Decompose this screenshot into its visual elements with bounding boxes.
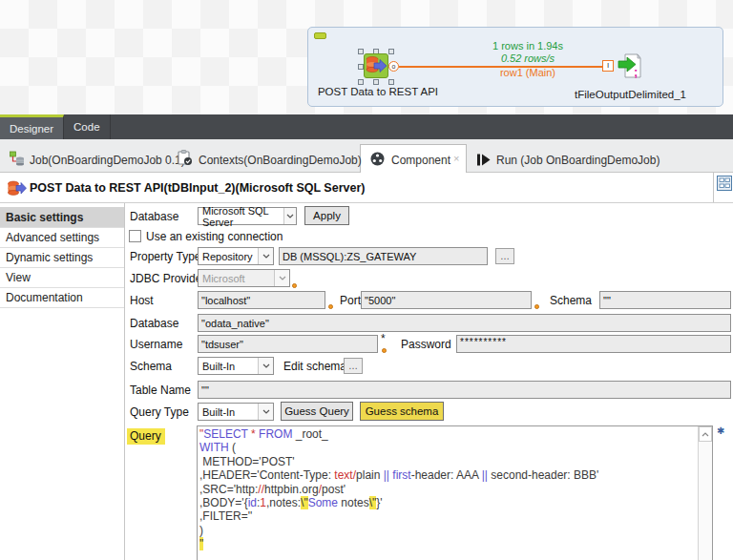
tab-job-label: Job(OnBoardingDemoJob 0.1) (30, 154, 185, 167)
sidebar-item-basic-settings[interactable]: Basic settings (0, 207, 124, 228)
editor-tab-bar: Job(OnBoardingDemoJob 0.1) Contexts(OnBo… (0, 139, 733, 173)
tab-run[interactable]: Run (Job OnBoardingDemoJob) (496, 154, 660, 167)
required-marker: * (381, 332, 386, 345)
username-field[interactable]: "tdsuser" (198, 335, 378, 353)
output-port: o (388, 61, 399, 72)
sidebar-label: Documentation (6, 291, 83, 304)
tab-run-label: Run (Job OnBoardingDemoJob) (496, 154, 660, 167)
database-select-value: Microsoft SQL Server (202, 205, 283, 228)
password-label: Password (401, 338, 451, 351)
property-type-select[interactable]: Repository (198, 247, 274, 265)
host-label: Host (130, 294, 154, 307)
property-type-label: Property Type (130, 250, 200, 263)
selection-handle[interactable] (373, 79, 379, 85)
edit-schema-label: Edit schema (283, 360, 346, 373)
port-field[interactable]: "5000" (361, 291, 532, 309)
property-type-value: Repository (202, 251, 253, 262)
password-field[interactable]: ********** (456, 335, 731, 353)
schema-inline-label: Schema (550, 294, 592, 307)
component-label[interactable]: POST Data to REST API (316, 86, 440, 97)
query-type-select[interactable]: Built-In (198, 403, 274, 421)
username-label: Username (130, 338, 182, 351)
database2-field-value: "odata_native" (201, 318, 269, 329)
query-label: Query (127, 428, 165, 445)
schema-inline-value: "" (603, 295, 611, 306)
chevron-down-icon (258, 404, 273, 420)
design-canvas[interactable]: o I POST Data to REST API 1 rows in 1.94… (0, 0, 733, 114)
connection-row-label: row1 (Main) (447, 67, 609, 78)
repository-field-value: DB (MSSQL):ZS_GATEWAY (283, 251, 416, 262)
sidebar-item-documentation[interactable]: Documentation (0, 288, 124, 308)
tab-contexts-label: Contexts(OnBoardingDemoJob) (199, 154, 362, 167)
component-label[interactable]: tFileOutputDelimited_1 (552, 89, 709, 100)
ellipsis-icon: … (500, 251, 510, 261)
job-icon (10, 151, 25, 170)
required-blue-marker: ✱ (717, 425, 724, 436)
tab-component-label-wrap[interactable]: Component (391, 154, 450, 167)
table-name-field[interactable]: "" (198, 381, 731, 399)
tab-component-label: Component (391, 154, 450, 167)
guess-schema-button[interactable]: Guess schema (360, 402, 444, 421)
schema-select-value: Built-In (202, 361, 235, 372)
use-existing-connection-label: Use an existing connection (146, 230, 283, 243)
selection-handle[interactable] (358, 49, 364, 54)
component-tab-icon (370, 152, 385, 170)
tab-code[interactable]: Code (64, 114, 111, 139)
db-input-icon (365, 54, 387, 77)
port-label: Port (340, 294, 361, 307)
selection-handle[interactable] (388, 79, 394, 85)
edit-schema-button[interactable]: … (344, 358, 363, 374)
selection-handle[interactable] (358, 79, 364, 85)
host-field-value: "localhost" (201, 295, 250, 306)
component-tfileoutputdelimited[interactable]: ; (618, 52, 642, 80)
title-separator (0, 202, 733, 203)
maximize-view-icon[interactable] (717, 176, 732, 195)
chevron-down-icon (258, 248, 273, 264)
tab-code-label: Code (73, 121, 100, 133)
sidebar-item-advanced-settings[interactable]: Advanced settings (0, 228, 124, 248)
tab-designer[interactable]: Designer (0, 114, 64, 139)
database-select[interactable]: Microsoft SQL Server (198, 207, 297, 225)
database-label: Database (130, 210, 178, 223)
subjob-collapse-button[interactable] (314, 32, 326, 39)
database2-field[interactable]: "odata_native" (198, 314, 731, 332)
repository-browse-button[interactable]: … (495, 248, 514, 264)
guess-query-button[interactable]: Guess Query (281, 402, 353, 421)
subjob-panel[interactable]: o I POST Data to REST API 1 rows in 1.94… (307, 27, 723, 107)
table-name-label: Table Name (130, 384, 191, 397)
repository-field[interactable]: DB (MSSQL):ZS_GATEWAY (279, 247, 488, 265)
tab-job[interactable]: Job(OnBoardingDemoJob 0.1) (30, 154, 185, 167)
schema-inline-field[interactable]: "" (599, 291, 731, 309)
tab-close-icon[interactable]: × (453, 153, 459, 164)
component-post-data[interactable] (364, 53, 388, 78)
username-field-value: "tdsuser" (201, 339, 243, 350)
schema-select[interactable]: Built-In (198, 357, 274, 375)
query-scrollbar[interactable] (698, 426, 712, 560)
tab-contexts[interactable]: Contexts(OnBoardingDemoJob) (199, 154, 362, 167)
jdbc-provider-value: Microsoft (202, 273, 245, 284)
host-field[interactable]: "localhost" (198, 291, 325, 309)
query-editor-content[interactable]: "SELECT * FROM _root_WITH ( METHOD='POST… (199, 427, 696, 551)
view-tab-bar: Designer Code (0, 114, 733, 139)
contexts-icon (178, 150, 193, 170)
jdbc-provider-select[interactable]: Microsoft (198, 269, 290, 287)
query-editor[interactable]: "SELECT * FROM _root_WITH ( METHOD='POST… (197, 425, 713, 560)
chevron-down-icon (274, 270, 289, 286)
chevron-down-icon (283, 208, 296, 224)
selection-handle[interactable] (388, 49, 394, 54)
scroll-up-icon[interactable] (699, 426, 712, 442)
hint-marker-icon (534, 304, 539, 309)
apply-button-label: Apply (313, 210, 341, 221)
sidebar-item-view[interactable]: View (0, 268, 124, 288)
hint-marker-icon (328, 304, 333, 309)
sidebar-label: Basic settings (6, 211, 83, 224)
use-existing-connection-checkbox[interactable] (129, 230, 141, 242)
title-divider (713, 173, 714, 202)
table-name-value: "" (201, 384, 209, 396)
component-title-icon (8, 180, 27, 200)
sidebar-item-dynamic-settings[interactable]: Dynamic settings (0, 248, 124, 268)
ellipsis-icon: … (348, 361, 358, 371)
apply-button[interactable]: Apply (304, 206, 349, 225)
connection-stat-rate: 0.52 rows/s (447, 52, 609, 64)
tab-designer-label: Designer (10, 123, 53, 135)
